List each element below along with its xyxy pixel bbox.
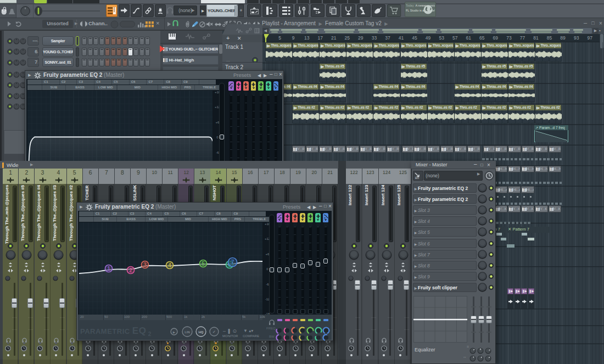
svg-text:4: 4 xyxy=(168,262,171,268)
svg-text:3: 3 xyxy=(143,262,147,268)
svg-text:5: 5 xyxy=(202,261,205,267)
svg-text:2: 2 xyxy=(129,267,132,273)
svg-text:✓: ✓ xyxy=(212,330,216,334)
svg-text:LIN: LIN xyxy=(184,331,190,334)
svg-text:HQ: HQ xyxy=(199,331,204,334)
svg-text:EQ: EQ xyxy=(415,176,419,180)
svg-text:1: 1 xyxy=(107,266,110,272)
svg-text:7: 7 xyxy=(231,259,234,265)
